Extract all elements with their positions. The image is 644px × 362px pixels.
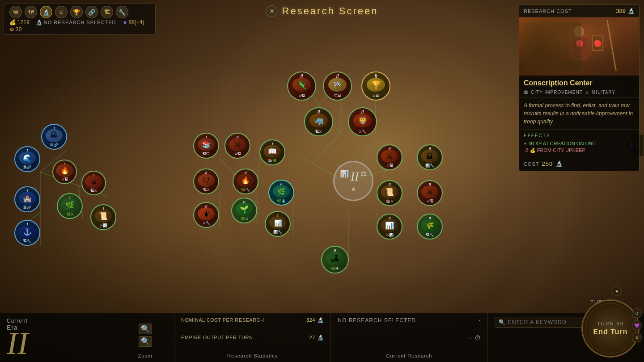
empire-output-row: EMPIRE OUTPUT PER TURN 27 🔬 — [181, 334, 324, 341]
tech-node-n29[interactable]: II 🌾 🏗🔧 — [417, 214, 443, 240]
science-cost-icon: 🔬 — [555, 160, 563, 167]
tech-node-n5[interactable]: II 🦁 ⚔🔧 — [348, 107, 377, 136]
tech-node-n19[interactable]: I 🌿 🌿⚔ — [57, 193, 83, 219]
cost-number: 389 — [616, 8, 626, 14]
science-icon-1: 🔬 — [317, 317, 324, 323]
tech-node-n17[interactable]: I 🔥 ⚔🏗 — [52, 160, 77, 184]
node-icons: 🏛🔗 — [50, 143, 58, 147]
central-node[interactable]: 📊 II ⚖ ★ — [333, 161, 373, 201]
tech-node-n10[interactable]: II 🔥 🌿🔧 — [233, 168, 258, 194]
tech-node-n3[interactable]: II 🏆 ⚔🏛 — [361, 72, 390, 101]
cost-row: COST 250 🔬 — [519, 158, 639, 171]
node-visual: 🏆 — [367, 78, 385, 92]
empire-output-num: 27 — [309, 335, 315, 340]
node-icons: ⚔🔧 — [203, 221, 210, 225]
node-visual: ⚔ — [229, 138, 246, 151]
tech-node-n28[interactable]: II ⚔ ⚔🏗 — [417, 180, 443, 206]
node-visual: 🔥 — [56, 164, 73, 177]
science-icon: 🔬 — [627, 8, 635, 14]
node-icons: ⚔🏗 — [386, 164, 393, 168]
node-visual: 🏰 — [19, 192, 36, 205]
central-node-icons: 📊 II ⚖ — [340, 169, 367, 184]
nav-icon-settings[interactable]: 🔧 — [116, 6, 128, 18]
node-icons: 🛡🏛 — [334, 94, 341, 98]
end-turn-button[interactable]: TURN 59 End Turn — [581, 299, 640, 358]
stars-value: 86(+4) — [129, 19, 144, 25]
tech-node-n30[interactable]: II 🏞 🌿👁 — [321, 246, 349, 274]
zoom-in-button[interactable]: 🔍 — [139, 324, 152, 334]
turn-corner-icon-2[interactable]: 💜 — [632, 320, 642, 330]
era-number: II — [7, 329, 109, 358]
node-visual: 📊 — [269, 216, 286, 229]
tech-node-n7[interactable]: II ⚔ ⚔🏗 — [225, 133, 250, 159]
node-visual: 🦎 — [292, 78, 311, 92]
nav-icons: 🏛 🗺 🔬 ⚔ 🏆 🔗 🏗 🔧 — [9, 6, 150, 18]
tech-node-n25[interactable]: II 📜 📚⚔ — [377, 180, 402, 206]
research-panel-image: 🔴 🔴 — [519, 17, 639, 76]
zoom-out-button[interactable]: 🔍 — [139, 336, 152, 347]
node-icons: 📊🔧 — [273, 230, 282, 234]
node-icons: 🏛🔗 — [23, 165, 31, 169]
gold-resource: 💰 1219 — [9, 19, 30, 25]
nav-icon-military[interactable]: ⚔ — [55, 6, 68, 18]
turn-top-icons: ★ — [612, 286, 622, 296]
tech-node-n11[interactable]: II 🌿 🌿💧 — [268, 180, 294, 206]
tech-node-n13[interactable]: II 🌱 🌿⚔ — [231, 198, 257, 223]
turn-icon-1[interactable]: ★ — [612, 286, 622, 296]
nav-icon-diplomacy[interactable]: 🔗 — [85, 6, 98, 18]
node-visual: ⚔ — [381, 150, 398, 163]
node-icons: 🏗🔧 — [23, 239, 31, 243]
tech-node-n2[interactable]: II 🏁 🛡🏛 — [323, 72, 352, 101]
gold-icon-small: 💰 — [530, 148, 535, 153]
zoom-buttons: 🔍 🔍 — [139, 317, 152, 353]
central-star: ★ — [351, 185, 356, 193]
tech-node-n24[interactable]: II ⚔ ⚔🏗 — [377, 144, 402, 170]
tech-node-n9[interactable]: II 🛡 🏗⚔ — [193, 168, 219, 194]
node-icons: 🏗⚔ — [203, 188, 210, 192]
tech-node-n6[interactable]: I 📚 🏗🛡 — [193, 133, 219, 159]
tech-node-n26[interactable]: II 📊 ⚔📊 — [377, 214, 402, 240]
tech-node-n18[interactable]: I 🏰 🏛🔗 — [14, 186, 40, 212]
turn-corner-icon-3[interactable]: ⚙ — [632, 333, 642, 342]
nav-icon-trophy[interactable]: 🏆 — [70, 6, 83, 18]
close-button[interactable]: ✕ — [266, 5, 278, 17]
node-visual: 🛡 — [198, 174, 215, 187]
tech-node-n15[interactable]: I 🏛 🏛🔗 — [41, 124, 67, 150]
nav-icon-map[interactable]: 🗺 — [25, 6, 37, 18]
tech-node-n14[interactable]: I 📊 📊🔧 — [265, 211, 291, 237]
tech-node-n1[interactable]: II 🦎 ⚔🏗 — [287, 72, 316, 101]
node-icons: 🏗⚔ — [90, 189, 97, 193]
nav-icon-research[interactable]: 🔬 — [40, 6, 52, 18]
node-visual: 🦁 — [353, 114, 372, 127]
zoom-section: 🔍 🔍 Zoom — [116, 313, 174, 362]
research-panel-header: RESEARCH COST 389 🔬 — [519, 5, 639, 17]
tech-node-n21[interactable]: I ⚔ 🏗⚔ — [81, 171, 106, 195]
tech-node-n22[interactable]: I 📜 ⚔📊 — [90, 204, 116, 230]
tech-node-n4[interactable]: II 🦏 🏗⚔ — [304, 107, 333, 136]
top-left-panel: 🏛 🗺 🔬 ⚔ 🏆 🔗 🏗 🔧 💰 1219 🔬 NO RESEARCH SEL… — [4, 4, 156, 35]
era-label-text: Current — [7, 318, 109, 324]
cost-val: 250 — [542, 160, 553, 167]
type-tag: MILITARY — [592, 90, 615, 95]
node-icons: 🌿💧 — [277, 199, 286, 203]
tech-node-n12[interactable]: II 🗡 ⚔🔧 — [193, 202, 219, 228]
tech-node-n20[interactable]: I ⚓ 🏗🔧 — [14, 220, 40, 246]
turn-corner-icon-1[interactable]: ↺ — [632, 308, 642, 318]
tech-node-n27[interactable]: II 🏛 📊🔧 — [417, 144, 443, 170]
effect-2: -2 💰 FROM CITY UPKEEP — [524, 147, 635, 153]
node-icons: 🏗⚔ — [315, 130, 322, 134]
tech-node-n8[interactable]: I 📖 📚🌿 — [259, 139, 285, 165]
research-title: Conscription Center — [519, 76, 639, 89]
node-icons: ⚔🏗 — [298, 94, 305, 98]
nav-icon-build[interactable]: 🏗 — [101, 6, 113, 18]
node-visual: 🗡 — [198, 207, 215, 220]
nominal-cost-row: NOMINAL COST PER RESEARCH 324 🔬 — [181, 317, 324, 323]
node-icons: ⚔🏗 — [427, 199, 433, 203]
nav-icon-city[interactable]: 🏛 — [9, 6, 22, 18]
node-visual: 🔥 — [237, 174, 254, 187]
shield-decoration: 🔴 — [592, 35, 603, 51]
research-description: A formal process to find, enlist, and tr… — [519, 98, 639, 130]
node-visual: 🌱 — [236, 203, 253, 216]
central-tier: II — [351, 169, 359, 184]
tech-node-n16[interactable]: I 🌊 🏛🔗 — [14, 146, 40, 172]
